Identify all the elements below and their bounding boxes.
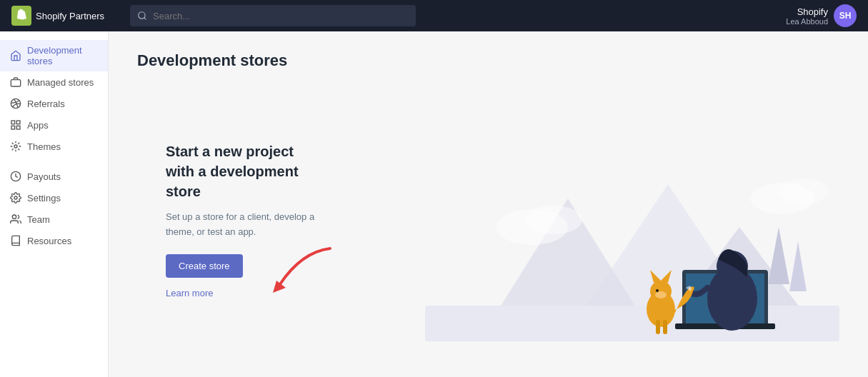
apps-icon — [10, 119, 21, 131]
user-name: Shopify — [786, 6, 828, 17]
topbar-left: Shopify Partners — [11, 5, 416, 26]
arrow-icon — [266, 241, 344, 298]
main-content: Development stores — [109, 31, 868, 377]
svg-rect-24 — [656, 320, 660, 334]
sidebar-item-label: Managed stores — [27, 77, 94, 88]
sidebar-item-label: Team — [27, 214, 50, 225]
svg-point-27 — [525, 206, 582, 234]
sidebar-item-payouts[interactable]: Payouts — [0, 166, 108, 187]
svg-rect-8 — [16, 126, 20, 129]
search-icon — [137, 11, 147, 21]
search-input[interactable] — [153, 11, 409, 21]
settings-icon — [10, 192, 21, 203]
svg-marker-30 — [273, 281, 286, 293]
svg-point-12 — [12, 215, 16, 218]
svg-rect-7 — [11, 126, 15, 129]
avatar[interactable]: SH — [834, 4, 857, 27]
page-title: Development stores — [137, 51, 839, 70]
sidebar-item-label: Resources — [27, 236, 71, 246]
learn-more-link[interactable]: Learn more — [166, 288, 213, 298]
svg-point-9 — [14, 145, 17, 148]
sidebar-item-label: Themes — [27, 141, 61, 152]
topbar-right: Shopify Lea Abboud SH — [786, 4, 857, 27]
arrow-container — [266, 241, 344, 301]
sidebar-item-label: Settings — [27, 193, 61, 203]
sidebar-item-settings[interactable]: Settings — [0, 187, 108, 208]
sidebar-item-label: Development stores — [27, 45, 98, 66]
payouts-icon — [10, 171, 21, 182]
svg-text:Shopify Partners: Shopify Partners — [36, 11, 105, 21]
search-bar[interactable] — [130, 5, 416, 26]
svg-rect-25 — [663, 320, 667, 334]
sidebar-item-label: Apps — [27, 120, 49, 131]
sidebar-item-development-stores[interactable]: Development stores — [0, 40, 108, 71]
sidebar-item-label: Referrals — [27, 99, 65, 109]
user-sub: Lea Abboud — [786, 17, 828, 26]
topbar: Shopify Partners Shopify Lea Abboud SH — [0, 0, 868, 31]
hero-illustration — [425, 84, 839, 341]
create-store-button[interactable]: Create store — [166, 254, 243, 278]
sidebar-item-themes[interactable]: Themes — [0, 136, 108, 157]
hero-description: Set up a store for a client, develop a t… — [166, 210, 323, 240]
team-icon — [10, 213, 21, 225]
svg-rect-6 — [16, 121, 20, 124]
resources-icon — [10, 235, 21, 246]
managed-store-icon — [10, 76, 21, 88]
hero-area: Start a new project with a development s… — [137, 84, 839, 356]
sidebar-item-label: Payouts — [27, 171, 61, 182]
sidebar-item-apps[interactable]: Apps — [0, 114, 108, 136]
svg-point-2 — [139, 12, 145, 19]
svg-point-29 — [779, 179, 829, 204]
sidebar: Development stores Managed stores Referr… — [0, 31, 109, 377]
logo: Shopify Partners — [11, 6, 121, 26]
svg-point-11 — [14, 196, 17, 199]
sidebar-item-team[interactable]: Team — [0, 208, 108, 230]
svg-point-23 — [656, 289, 659, 292]
store-icon — [10, 50, 21, 61]
sidebar-item-referrals[interactable]: Referrals — [0, 93, 108, 114]
sidebar-item-resources[interactable]: Resources — [0, 230, 108, 251]
themes-icon — [10, 141, 21, 152]
sidebar-item-managed-stores[interactable]: Managed stores — [0, 71, 108, 93]
svg-point-22 — [655, 291, 667, 298]
layout: Development stores Managed stores Referr… — [0, 31, 868, 377]
svg-rect-3 — [11, 80, 20, 86]
referrals-icon — [10, 98, 21, 109]
hero-heading: Start a new project with a development s… — [166, 141, 323, 201]
svg-rect-5 — [11, 121, 15, 124]
user-info: Shopify Lea Abboud — [786, 6, 828, 26]
svg-rect-14 — [425, 306, 839, 341]
